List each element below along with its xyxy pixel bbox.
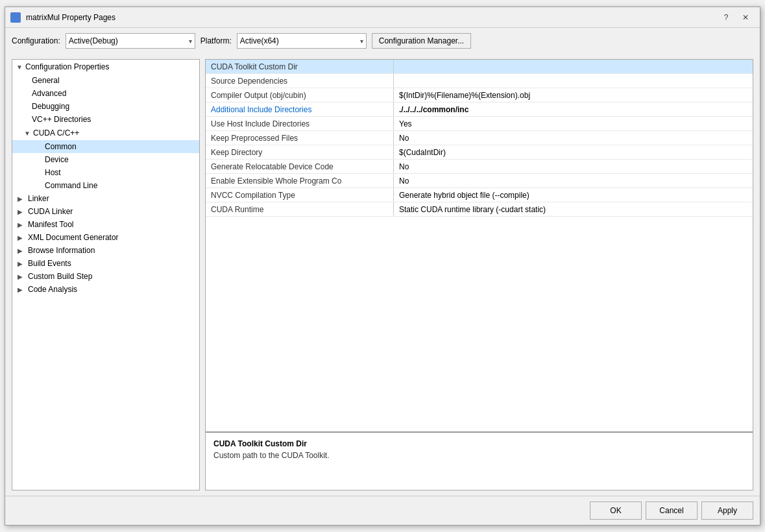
sidebar-item-label: Host	[45, 168, 61, 177]
prop-name: Use Host Include Directories	[206, 117, 394, 130]
prop-value: $(CudaIntDir)	[394, 145, 753, 159]
expand-icon: ▼	[24, 130, 32, 137]
sidebar-item-label: Linker	[28, 194, 49, 203]
chevron-down-icon: ▾	[189, 38, 192, 45]
main-content: ▼ Configuration Properties General Advan…	[5, 54, 760, 496]
bottom-bar: OK Cancel Apply	[5, 496, 760, 525]
sidebar-item-xml-doc-gen[interactable]: ▶ XML Document Generator	[12, 231, 199, 244]
title-bar-buttons: ? ✕	[717, 11, 755, 24]
prop-value	[394, 74, 753, 88]
prop-value	[394, 60, 753, 73]
table-row[interactable]: Source Dependencies	[206, 74, 753, 88]
sidebar-item-label: Device	[45, 155, 69, 164]
expand-icon: ▶	[18, 208, 25, 215]
prop-name: CUDA Toolkit Custom Dir	[206, 60, 394, 73]
prop-value: $(IntDir)%(Filename)%(Extension).obj	[394, 88, 753, 102]
prop-value: No	[394, 131, 753, 145]
prop-name: Source Dependencies	[206, 74, 394, 88]
table-row[interactable]: Generate Relocatable Device CodeNo	[206, 160, 753, 174]
apply-button[interactable]: Apply	[701, 502, 753, 520]
prop-value: Generate hybrid object file (--compile)	[394, 188, 753, 202]
prop-name: NVCC Compilation Type	[206, 188, 394, 202]
expand-icon: ▶	[18, 286, 25, 293]
table-row[interactable]: Enable Extensible Whole Program CoNo	[206, 174, 753, 188]
prop-value: Static CUDA runtime library (-cudart sta…	[394, 202, 753, 216]
expand-icon: ▶	[18, 195, 25, 202]
ok-button[interactable]: OK	[590, 502, 642, 520]
platform-dropdown[interactable]: Active(x64) ▾	[237, 33, 367, 49]
prop-value: No	[394, 174, 753, 187]
tree-panel: ▼ Configuration Properties General Advan…	[12, 59, 200, 490]
sidebar-item-label: VC++ Directories	[32, 115, 91, 124]
sidebar-item-browse-info[interactable]: ▶ Browse Information	[12, 244, 199, 257]
description-text: Custom path to the CUDA Toolkit.	[213, 451, 745, 460]
sidebar-item-label: CUDA Linker	[28, 207, 73, 216]
sidebar-item-label: XML Document Generator	[28, 233, 119, 242]
expand-icon: ▶	[18, 234, 25, 241]
sidebar-item-label: Advanced	[32, 89, 66, 98]
sidebar-item-vc-directories[interactable]: VC++ Directories	[12, 113, 199, 126]
chevron-down-icon-2: ▾	[360, 38, 363, 45]
table-row[interactable]: Keep Preprocessed FilesNo	[206, 131, 753, 145]
sidebar-item-custom-build-step[interactable]: ▶ Custom Build Step	[12, 270, 199, 283]
expand-icon: ▼	[16, 64, 24, 71]
table-row[interactable]: Additional Include Directories./../../..…	[206, 103, 753, 117]
table-row[interactable]: Compiler Output (obj/cubin)$(IntDir)%(Fi…	[206, 88, 753, 103]
sidebar-item-device[interactable]: Device	[12, 153, 199, 166]
sidebar-item-debugging[interactable]: Debugging	[12, 100, 199, 113]
table-row[interactable]: NVCC Compilation TypeGenerate hybrid obj…	[206, 188, 753, 202]
sidebar-item-label: General	[32, 76, 60, 85]
table-row[interactable]: Keep Directory$(CudaIntDir)	[206, 145, 753, 160]
prop-name: Enable Extensible Whole Program Co	[206, 174, 394, 187]
expand-icon: ▶	[18, 273, 25, 280]
config-manager-button[interactable]: Configuration Manager...	[372, 33, 471, 49]
configuration-dropdown[interactable]: Active(Debug) ▾	[66, 33, 195, 49]
configuration-value: Active(Debug)	[69, 36, 118, 45]
table-row[interactable]: CUDA Toolkit Custom Dir	[206, 60, 753, 74]
sidebar-item-common[interactable]: Common	[12, 140, 199, 153]
sidebar-item-advanced[interactable]: Advanced	[12, 87, 199, 100]
sidebar-item-general[interactable]: General	[12, 74, 199, 87]
tree-root-label: Configuration Properties	[25, 62, 109, 71]
prop-name: Additional Include Directories	[206, 103, 394, 116]
sidebar-item-build-events[interactable]: ▶ Build Events	[12, 257, 199, 270]
platform-label: Platform:	[200, 36, 232, 45]
table-row[interactable]: CUDA RuntimeStatic CUDA runtime library …	[206, 202, 753, 217]
cancel-button[interactable]: Cancel	[646, 502, 698, 520]
right-panel: CUDA Toolkit Custom DirSource Dependenci…	[205, 59, 753, 490]
table-row[interactable]: Use Host Include DirectoriesYes	[206, 117, 753, 131]
prop-value: No	[394, 160, 753, 173]
sidebar-item-label: Command Line	[45, 181, 97, 190]
sidebar-item-code-analysis[interactable]: ▶ Code Analysis	[12, 283, 199, 296]
expand-icon: ▶	[18, 247, 25, 254]
sidebar-item-cuda-cpp[interactable]: ▼ CUDA C/C++	[12, 126, 199, 140]
platform-value: Active(x64)	[240, 36, 279, 45]
sidebar-item-host[interactable]: Host	[12, 166, 199, 179]
sidebar-item-command-line[interactable]: Command Line	[12, 179, 199, 192]
close-button[interactable]: ✕	[736, 11, 755, 24]
prop-name: Generate Relocatable Device Code	[206, 160, 394, 173]
expand-icon: ▶	[18, 221, 25, 228]
sidebar-item-cuda-linker[interactable]: ▶ CUDA Linker	[12, 205, 199, 218]
sidebar-item-linker[interactable]: ▶ Linker	[12, 192, 199, 205]
sidebar-item-label: Custom Build Step	[28, 272, 92, 281]
sidebar-item-label: CUDA C/C++	[33, 128, 79, 138]
description-panel: CUDA Toolkit Custom Dir Custom path to t…	[206, 431, 753, 490]
prop-value: Yes	[394, 117, 753, 130]
app-icon	[10, 12, 21, 23]
prop-name: Keep Directory	[206, 145, 394, 159]
sidebar-item-manifest-tool[interactable]: ▶ Manifest Tool	[12, 218, 199, 231]
sidebar-item-label: Manifest Tool	[28, 220, 73, 229]
window-title: matrixMul Property Pages	[26, 13, 115, 22]
description-title: CUDA Toolkit Custom Dir	[213, 439, 745, 448]
config-bar: Configuration: Active(Debug) ▾ Platform:…	[5, 28, 760, 54]
title-bar: matrixMul Property Pages ? ✕	[5, 7, 760, 28]
prop-name: Keep Preprocessed Files	[206, 131, 394, 145]
help-button[interactable]: ?	[717, 11, 735, 24]
sidebar-item-label: Browse Information	[28, 246, 95, 255]
tree-root-config-properties[interactable]: ▼ Configuration Properties	[12, 60, 199, 74]
sidebar-item-label: Code Analysis	[28, 285, 77, 294]
prop-name: Compiler Output (obj/cubin)	[206, 88, 394, 102]
dialog: matrixMul Property Pages ? ✕ Configurati…	[5, 6, 760, 526]
props-table: CUDA Toolkit Custom DirSource Dependenci…	[206, 60, 753, 431]
